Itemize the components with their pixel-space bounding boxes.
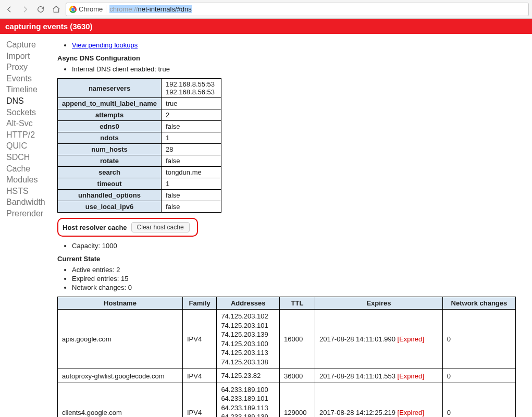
reload-button[interactable] <box>34 3 47 16</box>
sidebar-item-timeline[interactable]: Timeline <box>6 84 55 95</box>
hosts-header: Addresses <box>217 297 280 310</box>
hosts-cell: 16000 <box>280 310 315 369</box>
cfg-key: unhandled_options <box>58 190 162 201</box>
sidebar-item-modules[interactable]: Modules <box>6 174 55 186</box>
cfg-key: num_hosts <box>58 144 162 155</box>
cfg-key: use_local_ipv6 <box>58 201 162 213</box>
cfg-key: rotate <box>58 155 162 167</box>
sidebar-item-bandwidth[interactable]: Bandwidth <box>6 197 55 208</box>
hosts-cell: 2017-08-28 14:11:01.990 [Expired] <box>315 310 442 369</box>
hosts-cell: clients4.google.com <box>58 383 183 417</box>
cfg-key: timeout <box>58 178 162 190</box>
cfg-key: append_to_multi_label_name <box>58 98 162 109</box>
back-button[interactable] <box>3 3 16 16</box>
async-dns-heading: Async DNS Configuration <box>57 54 532 62</box>
sidebar-item-sockets[interactable]: Sockets <box>6 107 55 118</box>
hosts-cell: 74.125.203.102 74.125.203.101 74.125.203… <box>217 310 280 369</box>
sidebar-item-hsts[interactable]: HSTS <box>6 186 55 197</box>
hosts-cell: IPV4 <box>183 383 217 417</box>
cfg-value: 2 <box>162 109 221 121</box>
hosts-header: Hostname <box>58 297 183 310</box>
clear-host-cache-button[interactable]: Clear host cache <box>131 222 190 232</box>
cfg-value: tongdun.me <box>162 167 221 178</box>
hosts-cell: 2017-08-28 14:11:01.553 [Expired] <box>315 369 442 383</box>
sidebar-item-prerender[interactable]: Prerender <box>6 208 55 219</box>
sidebar-item-sdch[interactable]: SDCH <box>6 152 55 163</box>
home-button[interactable] <box>50 3 63 16</box>
sidebar-item-http2[interactable]: HTTP/2 <box>6 129 55 141</box>
chrome-icon <box>69 6 77 13</box>
hosts-cell: autoproxy-gfwlist.googlecode.com <box>58 369 183 383</box>
capacity-value: Capacity: 1000 <box>72 242 532 250</box>
sidebar-item-events[interactable]: Events <box>6 73 55 84</box>
sidebar-item-altsvc[interactable]: Alt-Svc <box>6 118 55 129</box>
cfg-key: edns0 <box>58 121 162 132</box>
cfg-key: attempts <box>58 109 162 121</box>
browser-toolbar: Chrome chrome://net-internals/#dns <box>0 0 532 19</box>
hosts-cell: 0 <box>442 383 515 417</box>
table-row: clients4.google.comIPV464.233.189.100 64… <box>58 383 516 417</box>
sidebar-item-import[interactable]: Import <box>6 51 55 62</box>
sidebar-item-dns[interactable]: DNS <box>6 95 55 107</box>
hosts-header: Network changes <box>442 297 515 310</box>
state-item: Network changes: 0 <box>72 284 532 291</box>
internal-client-status: Internal DNS client enabled: true <box>72 65 532 73</box>
cfg-value: true <box>162 98 221 109</box>
cfg-value: false <box>162 190 221 201</box>
state-item: Expired entries: 15 <box>72 275 532 283</box>
hosts-header: TTL <box>280 297 315 310</box>
table-row: apis.google.comIPV474.125.203.102 74.125… <box>58 310 516 369</box>
forward-button[interactable] <box>19 3 31 16</box>
hosts-cell: 36000 <box>280 369 315 383</box>
hosts-cell: 0 <box>442 369 515 383</box>
cfg-value: false <box>162 201 221 213</box>
sidebar-item-capture[interactable]: Capture <box>6 39 55 51</box>
hosts-cell: apis.google.com <box>58 310 183 369</box>
sidebar-item-cache[interactable]: Cache <box>6 163 55 175</box>
clear-cache-section: Host resolver cache Clear host cache <box>57 218 198 237</box>
capture-banner: capturing events (3630) <box>0 19 532 34</box>
hosts-cell: 0 <box>442 310 515 369</box>
hosts-header: Family <box>183 297 217 310</box>
cfg-key: nameservers <box>58 79 162 98</box>
sidebar-item-proxy[interactable]: Proxy <box>6 62 55 73</box>
cfg-value: 192.168.8.55:53 192.168.8.56:53 <box>162 79 221 98</box>
clear-cache-label: Host resolver cache <box>63 224 127 231</box>
chrome-badge-label: Chrome <box>79 5 103 13</box>
hosts-cell: IPV4 <box>183 310 217 369</box>
cfg-key: ndots <box>58 132 162 144</box>
hosts-cell: 74.125.23.82 <box>217 369 280 383</box>
state-item: Active entries: 2 <box>72 266 532 274</box>
table-row: autoproxy-gfwlist.googlecode.comIPV474.1… <box>58 369 516 383</box>
view-pending-link[interactable]: View pending lookups <box>72 41 138 49</box>
sidebar-item-quic[interactable]: QUIC <box>6 140 55 152</box>
cfg-value: 1 <box>162 132 221 144</box>
hosts-header: Expires <box>315 297 442 310</box>
host-cache-table: HostnameFamilyAddressesTTLExpiresNetwork… <box>57 297 516 417</box>
dns-config-table: nameservers192.168.8.55:53 192.168.8.56:… <box>57 78 221 213</box>
main-content: View pending lookups Async DNS Configura… <box>57 34 532 417</box>
hosts-cell: 2017-08-28 14:12:25.219 [Expired] <box>315 383 442 417</box>
chrome-badge: Chrome <box>69 5 106 13</box>
hosts-cell: 129000 <box>280 383 315 417</box>
address-bar[interactable]: Chrome chrome://net-internals/#dns <box>66 3 529 16</box>
hosts-cell: IPV4 <box>183 369 217 383</box>
cfg-value: false <box>162 121 221 132</box>
url-text: chrome://net-internals/#dns <box>109 5 192 13</box>
cfg-value: 28 <box>162 144 221 155</box>
sidebar: CaptureImportProxyEventsTimelineDNSSocke… <box>0 34 57 417</box>
cfg-value: false <box>162 155 221 167</box>
current-state-heading: Current State <box>57 255 532 263</box>
cfg-key: search <box>58 167 162 178</box>
cfg-value: 1 <box>162 178 221 190</box>
hosts-cell: 64.233.189.100 64.233.189.101 64.233.189… <box>217 383 280 417</box>
